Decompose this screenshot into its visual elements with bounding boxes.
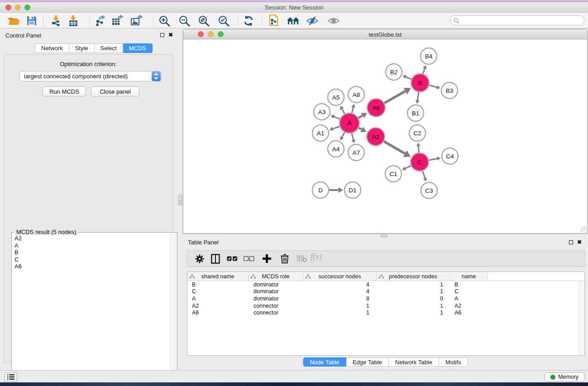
table-cell[interactable]: 4 xyxy=(303,288,377,295)
table-cell[interactable]: A xyxy=(450,295,488,302)
table-row[interactable]: A6connector11A6 xyxy=(187,309,584,316)
horizontal-splitter-grip[interactable] xyxy=(381,234,387,238)
tab-network[interactable]: Network xyxy=(35,43,69,53)
table-cell[interactable]: 8 xyxy=(303,295,377,302)
result-item[interactable]: C xyxy=(12,256,170,263)
result-item[interactable]: A xyxy=(12,242,170,249)
table-cell[interactable]: 1 xyxy=(377,302,450,310)
column-header-shared-name[interactable]: shared name xyxy=(187,272,249,281)
app-titlebar[interactable]: Session: New Session xyxy=(0,2,588,13)
deselect-all-columns-button[interactable] xyxy=(242,252,256,265)
refresh-icon xyxy=(243,15,254,27)
table-cell[interactable]: dominator xyxy=(249,281,303,288)
tab-network-table[interactable]: Network Table xyxy=(389,357,439,367)
tab-select[interactable]: Select xyxy=(95,43,123,53)
table-cell[interactable]: B xyxy=(187,281,249,288)
mcds-result-list[interactable]: A2ABCA6 xyxy=(12,235,170,386)
export-network-button[interactable] xyxy=(92,14,108,28)
float-panel-icon[interactable] xyxy=(160,33,164,37)
result-item[interactable]: B xyxy=(12,249,170,256)
zoom-in-button[interactable] xyxy=(156,14,172,28)
table-cell[interactable]: A6 xyxy=(450,309,488,316)
function-builder-label[interactable]: f(x) xyxy=(311,252,322,262)
tab-mcds[interactable]: MCDS xyxy=(123,43,153,53)
save-session-button[interactable] xyxy=(24,14,40,28)
table-cell[interactable]: 4 xyxy=(303,281,377,288)
edge-A6-B[interactable] xyxy=(383,91,406,104)
memory-button[interactable]: Memory xyxy=(545,372,584,381)
add-column-button[interactable] xyxy=(260,252,273,265)
run-mcds-button[interactable]: Run MCDS xyxy=(43,86,86,96)
tab-node-table[interactable]: Node Table xyxy=(303,357,346,367)
table-cell[interactable]: 1 xyxy=(303,302,377,310)
table-cell[interactable]: 1 xyxy=(377,309,450,316)
plus-icon xyxy=(263,254,271,263)
zoom-fit-button[interactable] xyxy=(196,14,212,28)
table-cell[interactable]: A2 xyxy=(187,302,249,310)
hide-graphics-details-button[interactable] xyxy=(304,14,320,28)
edge-A2-C[interactable] xyxy=(383,141,405,153)
duplicate-network-button[interactable] xyxy=(266,14,282,28)
export-image-button[interactable] xyxy=(129,14,145,28)
table-settings-button[interactable] xyxy=(193,252,206,265)
table-cell[interactable]: 1 xyxy=(377,281,450,288)
show-column-button[interactable] xyxy=(209,252,222,265)
result-item[interactable]: A6 xyxy=(12,263,170,270)
table-cell[interactable]: C xyxy=(187,288,249,295)
home-overview-button[interactable] xyxy=(285,14,301,28)
import-network-icon xyxy=(50,15,62,27)
delete-table-button[interactable] xyxy=(295,252,309,265)
table-row[interactable]: Cdominator41C xyxy=(187,288,584,295)
import-table-button[interactable] xyxy=(65,14,81,28)
column-header-successor-nodes[interactable]: successor nodes xyxy=(303,272,377,281)
table-cell[interactable]: C xyxy=(450,288,488,295)
open-file-button[interactable] xyxy=(6,14,22,28)
search-input[interactable] xyxy=(459,17,584,24)
tab-motifs[interactable]: Motifs xyxy=(439,357,468,367)
delete-column-button[interactable] xyxy=(278,252,292,265)
result-scrollbar[interactable] xyxy=(170,233,177,386)
tab-edge-table[interactable]: Edge Table xyxy=(346,357,389,367)
table-row[interactable]: A2connector11A2 xyxy=(187,302,584,310)
zoom-out-button[interactable] xyxy=(176,14,192,28)
zoom-selected-button[interactable] xyxy=(215,14,232,28)
table-cell[interactable]: 1 xyxy=(377,288,450,295)
search-field[interactable] xyxy=(450,15,584,25)
column-header-MCDS-role[interactable]: MCDS role xyxy=(249,272,303,281)
table-cell[interactable]: A6 xyxy=(187,309,249,316)
table-scrollbar[interactable] xyxy=(579,281,584,355)
table-cell[interactable]: A2 xyxy=(450,302,488,310)
vertical-splitter-grip[interactable] xyxy=(178,195,182,205)
close-panel-button[interactable]: Close panel xyxy=(91,86,139,96)
table-cell[interactable]: B xyxy=(450,281,488,288)
table-cell[interactable]: 1 xyxy=(303,309,377,316)
table-body: Bdominator41BCdominator41CAdominator80AA… xyxy=(187,281,584,316)
float-table-panel-icon[interactable] xyxy=(569,240,573,244)
table-cell[interactable]: dominator xyxy=(249,288,303,295)
close-panel-icon[interactable]: ✖ xyxy=(168,33,173,37)
network-canvas[interactable]: AA6A2BCA1A3A4A5A7A8B1B2B3B4C1C2C3C4DD1 xyxy=(183,39,587,233)
table-cell[interactable]: A xyxy=(187,295,249,302)
close-table-panel-icon[interactable]: ✖ xyxy=(577,240,582,244)
table-cell[interactable]: connector xyxy=(249,309,303,316)
criterion-dropdown[interactable]: largest connected component (directed) xyxy=(19,71,162,81)
table-cell[interactable]: connector xyxy=(249,302,303,310)
result-item[interactable]: A2 xyxy=(12,235,170,242)
table-row[interactable]: Bdominator41B xyxy=(187,281,584,288)
tab-style[interactable]: Style xyxy=(69,43,95,53)
network-window-titlebar[interactable]: testGlobe.txt xyxy=(183,29,587,39)
show-graphics-details-button[interactable] xyxy=(325,14,342,28)
column-header-name[interactable]: name xyxy=(450,272,488,281)
window-resize-grip[interactable] xyxy=(581,227,587,233)
show-task-history-button[interactable] xyxy=(5,372,17,381)
apply-layout-button[interactable] xyxy=(240,14,257,28)
import-network-button[interactable] xyxy=(48,14,64,28)
table-cell[interactable]: dominator xyxy=(249,295,303,302)
select-all-columns-button[interactable] xyxy=(225,252,239,265)
export-table-button[interactable] xyxy=(110,14,126,28)
table-row[interactable]: Adominator80A xyxy=(187,295,584,302)
table-cell[interactable]: 0 xyxy=(377,295,450,302)
network-view-window[interactable]: testGlobe.txt AA6A2BCA1A3A4A5A7A8B1B2B3B… xyxy=(183,29,588,234)
network-graph[interactable]: AA6A2BCA1A3A4A5A7A8B1B2B3B4C1C2C3C4DD1 xyxy=(183,39,587,233)
column-header-predecessor-nodes[interactable]: predecessor nodes xyxy=(377,272,450,281)
